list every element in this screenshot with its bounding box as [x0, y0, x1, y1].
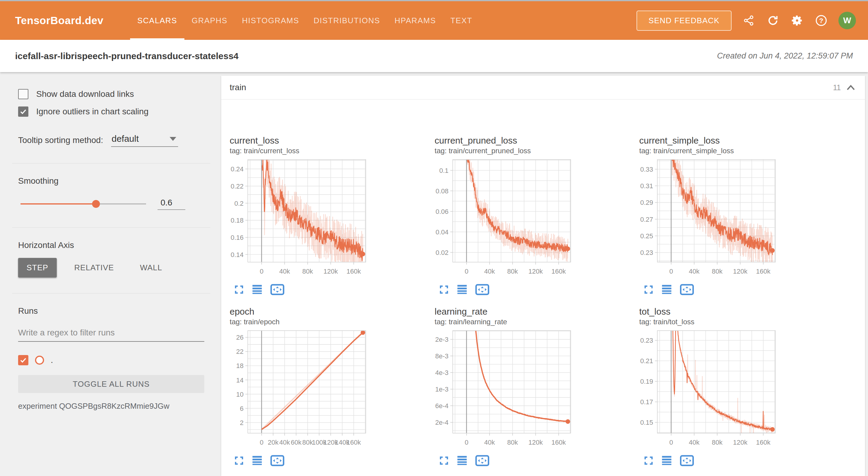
svg-text:60k: 60k	[291, 439, 302, 446]
list-icon[interactable]	[251, 284, 263, 295]
runs-filter-input[interactable]: Write a regex to filter runs	[18, 328, 204, 342]
check-icon	[19, 356, 27, 364]
axis-option-wall[interactable]: WALL	[132, 258, 171, 278]
chart-learning-rate: 2e-46e-41e-31.4e-31.8e-32.2e-3040k80k120…	[435, 327, 580, 451]
fullscreen-icon[interactable]	[439, 455, 449, 466]
svg-text:0.33: 0.33	[640, 166, 653, 173]
refresh-icon[interactable]	[766, 13, 780, 27]
list-icon[interactable]	[661, 455, 673, 466]
fullscreen-icon[interactable]	[439, 284, 449, 295]
fit-domain-icon[interactable]	[270, 284, 285, 295]
tooltip-sorting-select[interactable]: default	[111, 134, 178, 147]
chart-plot[interactable]: 0.140.160.180.20.220.24040k80k120k160k	[230, 157, 375, 279]
chart-epoch: 261014182226020k40k60k80k100k120k140k160…	[230, 327, 375, 451]
chart-tag-current-loss: tag: train/current_loss	[230, 147, 300, 155]
fit-domain-icon[interactable]	[680, 455, 694, 466]
fit-domain-icon[interactable]	[680, 284, 694, 295]
settings-icon[interactable]	[790, 13, 804, 27]
chart-title-current-loss: current_loss	[230, 135, 279, 146]
chart-title-epoch: epoch	[230, 307, 254, 317]
horizontal-axis-toggle: STEPRELATIVEWALL	[18, 258, 204, 278]
tab-hparams[interactable]: HPARAMS	[387, 1, 443, 40]
chart-tag-learning-rate: tag: train/learning_rate	[435, 318, 507, 326]
chart-toolbar-learning-rate	[439, 455, 490, 466]
fit-domain-icon[interactable]	[475, 455, 490, 466]
tab-histograms[interactable]: HISTOGRAMS	[235, 1, 306, 40]
chart-title-current-pruned-loss: current_pruned_loss	[435, 135, 517, 146]
runs-label: Runs	[18, 306, 204, 316]
smoothing-slider[interactable]	[21, 200, 146, 208]
svg-text:0.19: 0.19	[640, 378, 653, 385]
svg-text:20k: 20k	[268, 439, 279, 446]
tab-scalars[interactable]: SCALARS	[130, 1, 184, 40]
show-download-links-row[interactable]: Show data download links	[18, 89, 204, 99]
tab-text[interactable]: TEXT	[443, 1, 479, 40]
train-section-card: train 11 current_losstag: train/current_…	[221, 76, 865, 476]
svg-text:14: 14	[236, 377, 244, 384]
fullscreen-icon[interactable]	[234, 455, 244, 466]
toggle-all-runs-button[interactable]: TOGGLE ALL RUNS	[18, 375, 204, 393]
chart-tag-tot-loss: tag: train/tot_loss	[639, 318, 694, 326]
run-row[interactable]: .	[18, 355, 204, 365]
svg-text:120k: 120k	[323, 267, 338, 275]
chart-plot[interactable]: 2e-46e-41e-31.4e-31.8e-32.2e-3040k80k120…	[435, 327, 580, 450]
chart-plot[interactable]: 261014182226020k40k60k80k100k120k140k160…	[230, 327, 375, 450]
chart-title-tot-loss: tot_loss	[639, 307, 670, 317]
svg-text:0.06: 0.06	[435, 208, 448, 215]
fit-domain-icon[interactable]	[270, 455, 285, 466]
svg-text:40k: 40k	[484, 439, 495, 446]
smoothing-label: Smoothing	[18, 176, 204, 186]
ignore-outliers-row[interactable]: Ignore outliers in chart scaling	[18, 106, 204, 117]
chart-toolbar-current-simple-loss	[644, 284, 694, 295]
send-feedback-button[interactable]: SEND FEEDBACK	[637, 10, 732, 31]
chart-toolbar-current-loss	[234, 284, 285, 295]
svg-text:120k: 120k	[528, 439, 543, 446]
fullscreen-icon[interactable]	[644, 284, 654, 295]
svg-text:0.17: 0.17	[640, 398, 653, 406]
ignore-outliers-checkbox[interactable]	[18, 106, 28, 117]
svg-text:40k: 40k	[689, 267, 700, 275]
chart-toolbar-epoch	[234, 455, 285, 466]
svg-text:0.21: 0.21	[640, 357, 653, 365]
share-icon[interactable]	[742, 13, 756, 27]
chevron-up-icon[interactable]	[846, 84, 856, 91]
tab-graphs[interactable]: GRAPHS	[184, 1, 235, 40]
avatar[interactable]: W	[838, 12, 856, 29]
chart-tot-loss: 0.150.170.190.210.23040k80k120k160k	[639, 327, 784, 451]
tooltip-sorting-label: Tooltip sorting method:	[18, 135, 103, 147]
help-icon[interactable]: ?	[814, 13, 828, 27]
show-download-links-checkbox[interactable]	[18, 89, 28, 99]
run-checkbox[interactable]	[18, 355, 28, 365]
svg-text:26: 26	[236, 334, 244, 341]
svg-text:0.16: 0.16	[230, 234, 244, 241]
svg-text:22: 22	[236, 348, 244, 355]
chart-plot[interactable]: 0.020.040.060.080.1040k80k120k160k	[435, 157, 580, 279]
horizontal-axis-label: Horizontal Axis	[18, 241, 204, 250]
chart-tag-epoch: tag: train/epoch	[230, 318, 279, 326]
chart-plot[interactable]: 0.230.250.270.290.310.33040k80k120k160k	[639, 157, 784, 279]
axis-option-step[interactable]: STEP	[18, 258, 57, 278]
svg-text:6: 6	[240, 405, 244, 412]
svg-text:10: 10	[236, 391, 244, 398]
fullscreen-icon[interactable]	[234, 284, 244, 295]
list-icon[interactable]	[251, 455, 263, 466]
chart-toolbar-tot-loss	[644, 455, 694, 466]
svg-text:0.29: 0.29	[640, 199, 653, 206]
chart-tag-current-pruned-loss: tag: train/current_pruned_loss	[435, 147, 531, 155]
svg-text:0.27: 0.27	[640, 216, 653, 223]
axis-option-relative[interactable]: RELATIVE	[66, 258, 123, 278]
divider	[12, 293, 210, 293]
list-icon[interactable]	[456, 284, 468, 295]
svg-text:6e-4: 6e-4	[435, 402, 448, 410]
list-icon[interactable]	[456, 455, 468, 466]
train-section-header[interactable]: train 11	[221, 76, 865, 99]
slider-thumb[interactable]	[92, 200, 100, 208]
created-timestamp: Created on Jun 4, 2022, 12:59:07 PM	[717, 51, 853, 61]
svg-text:160k: 160k	[346, 267, 361, 275]
tab-distributions[interactable]: DISTRIBUTIONS	[306, 1, 387, 40]
list-icon[interactable]	[661, 284, 673, 295]
fullscreen-icon[interactable]	[644, 455, 654, 466]
smoothing-value[interactable]: 0.6	[158, 198, 185, 210]
fit-domain-icon[interactable]	[475, 284, 490, 295]
chart-plot[interactable]: 0.150.170.190.210.23040k80k120k160k	[639, 327, 784, 450]
